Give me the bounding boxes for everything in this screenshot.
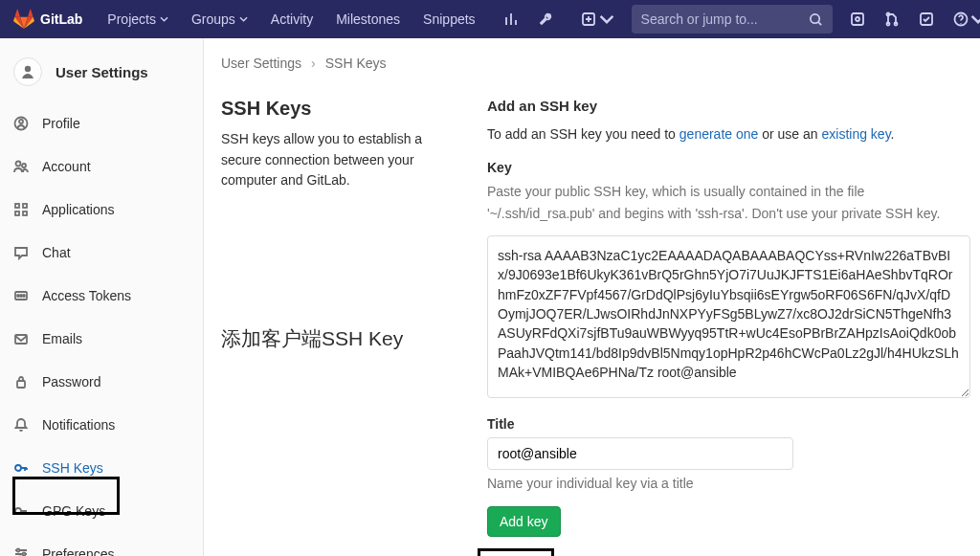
preferences-icon xyxy=(13,546,29,557)
svg-rect-17 xyxy=(23,211,27,215)
key-label: Key xyxy=(487,160,970,175)
svg-point-27 xyxy=(23,552,26,555)
svg-point-20 xyxy=(20,295,22,297)
chevron-down-icon xyxy=(160,16,168,22)
plus-icon[interactable] xyxy=(571,0,624,38)
svg-point-19 xyxy=(17,295,19,297)
chevron-down-icon xyxy=(599,11,614,27)
content-area: User Settings › SSH Keys SSH Keys SSH ke… xyxy=(204,38,980,556)
page-title: SSH Keys xyxy=(221,98,443,120)
page-description: SSH keys allow you to establish a secure… xyxy=(221,129,443,191)
svg-point-9 xyxy=(25,66,31,72)
help-icon[interactable] xyxy=(944,0,980,38)
brand-text: GitLab xyxy=(40,11,82,27)
svg-point-13 xyxy=(22,164,26,167)
existing-key-link[interactable]: existing key xyxy=(822,126,891,142)
sidebar-item-applications[interactable]: Applications xyxy=(0,188,203,231)
lock-icon xyxy=(13,374,29,389)
breadcrumb: User Settings › SSH Keys xyxy=(221,56,970,71)
svg-point-21 xyxy=(23,295,25,297)
chevron-right-icon: › xyxy=(311,56,316,71)
sidebar-item-chat[interactable]: Chat xyxy=(0,231,203,274)
key-help-text: Paste your public SSH key, which is usua… xyxy=(487,181,970,224)
svg-point-3 xyxy=(856,17,859,21)
account-icon xyxy=(13,159,29,174)
add-key-button[interactable]: Add key xyxy=(487,506,561,537)
svg-point-12 xyxy=(16,161,21,166)
sidebar-item-preferences[interactable]: Preferences xyxy=(0,532,203,556)
sidebar-title: User Settings xyxy=(56,64,148,80)
svg-point-24 xyxy=(15,465,21,471)
left-column: SSH Keys SSH keys allow you to establish… xyxy=(221,98,443,537)
title-input[interactable] xyxy=(487,437,793,470)
add-key-help: To add an SSH key you need to generate o… xyxy=(487,123,970,145)
sidebar: User Settings Profile Account Applicatio… xyxy=(0,38,204,556)
chat-icon xyxy=(13,245,29,260)
svg-rect-15 xyxy=(23,204,27,208)
profile-icon xyxy=(13,116,29,131)
gitlab-logo[interactable]: GitLab xyxy=(0,9,96,30)
nav-snippets[interactable]: Snippets xyxy=(412,0,486,38)
email-icon xyxy=(13,331,29,346)
svg-point-1 xyxy=(810,13,818,22)
annotation-text: 添加客户端SSH Key xyxy=(221,325,443,352)
generate-one-link[interactable]: generate one xyxy=(679,126,759,142)
key-textarea[interactable] xyxy=(487,235,970,398)
merge-requests-icon[interactable] xyxy=(875,0,909,38)
sidebar-item-gpg-keys[interactable]: GPG Keys xyxy=(0,489,203,532)
sidebar-item-password[interactable]: Password xyxy=(0,360,203,403)
nav-activity[interactable]: Activity xyxy=(259,0,324,38)
title-hint: Name your individual key via a title xyxy=(487,476,970,491)
svg-rect-2 xyxy=(852,13,863,25)
svg-rect-23 xyxy=(17,381,25,388)
applications-icon xyxy=(13,202,29,217)
search-icon xyxy=(809,12,823,27)
nav-milestones[interactable]: Milestones xyxy=(324,0,412,38)
svg-rect-14 xyxy=(15,204,19,208)
sidebar-item-profile[interactable]: Profile xyxy=(0,101,203,145)
todos-icon[interactable] xyxy=(909,0,944,38)
svg-rect-16 xyxy=(15,211,19,215)
sidebar-user[interactable]: User Settings xyxy=(0,48,203,101)
key-icon xyxy=(13,460,29,476)
main-area: User Settings Profile Account Applicatio… xyxy=(0,38,980,556)
global-search[interactable] xyxy=(632,5,833,33)
svg-point-11 xyxy=(19,120,23,123)
search-input[interactable] xyxy=(641,11,809,27)
sidebar-item-account[interactable]: Account xyxy=(0,145,203,188)
sidebar-item-notifications[interactable]: Notifications xyxy=(0,403,203,446)
breadcrumb-root[interactable]: User Settings xyxy=(221,56,301,71)
issues-icon[interactable] xyxy=(840,0,875,38)
chevron-down-icon xyxy=(970,11,980,27)
breadcrumb-page: SSH Keys xyxy=(325,56,387,71)
wrench-icon[interactable] xyxy=(529,0,564,38)
avatar-icon xyxy=(13,57,42,86)
right-column: Add an SSH key To add an SSH key you nee… xyxy=(487,98,970,537)
key-icon xyxy=(13,503,29,519)
top-header: GitLab Projects Groups Activity Mileston… xyxy=(0,0,980,38)
title-label: Title xyxy=(487,416,970,432)
bell-icon xyxy=(13,417,29,433)
sidebar-item-ssh-keys[interactable]: SSH Keys xyxy=(0,446,203,489)
sidebar-item-access-tokens[interactable]: Access Tokens xyxy=(0,274,203,317)
chevron-down-icon xyxy=(239,16,248,22)
add-key-heading: Add an SSH key xyxy=(487,98,970,114)
sidebar-item-emails[interactable]: Emails xyxy=(0,317,203,360)
chart-icon[interactable] xyxy=(495,0,529,38)
svg-point-26 xyxy=(17,548,20,551)
token-icon xyxy=(13,288,29,303)
nav-projects[interactable]: Projects xyxy=(96,0,180,38)
gitlab-icon xyxy=(13,9,34,30)
nav-groups[interactable]: Groups xyxy=(180,0,259,38)
svg-point-25 xyxy=(15,508,21,514)
